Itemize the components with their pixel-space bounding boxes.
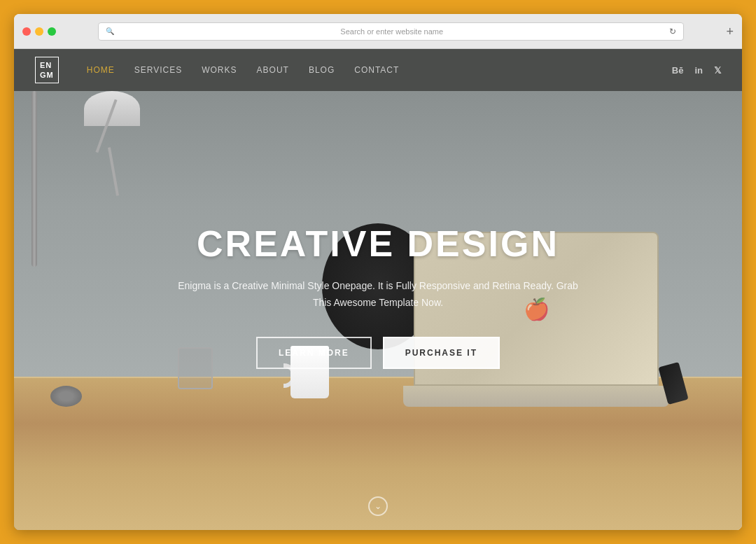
browser-chrome: 🔍 Search or enter website name ↻ + <box>14 14 742 49</box>
nav-social: Bē in 𝕏 <box>672 65 721 76</box>
learn-more-button[interactable]: LEARN MORE <box>256 337 372 369</box>
hero-title: CREATIVE DESIGN <box>168 224 588 264</box>
navbar: EN GM HOME SERVICES WORKS ABOUT BLOG CON… <box>14 49 742 91</box>
nav-about[interactable]: ABOUT <box>257 65 289 75</box>
browser-window: 🔍 Search or enter website name ↻ + EN GM… <box>14 14 742 530</box>
refresh-icon[interactable]: ↻ <box>669 27 676 36</box>
hero-content: CREATIVE DESIGN Enigma is a Creative Min… <box>168 224 588 369</box>
scroll-down-button[interactable]: ⌄ <box>368 496 388 516</box>
maximize-button[interactable] <box>48 27 56 36</box>
minimize-button[interactable] <box>35 27 43 36</box>
nav-links: HOME SERVICES WORKS ABOUT BLOG CONTACT <box>87 65 672 75</box>
close-button[interactable] <box>22 27 31 36</box>
traffic-lights <box>22 27 56 36</box>
twitter-icon[interactable]: 𝕏 <box>714 65 721 76</box>
linkedin-icon[interactable]: in <box>694 65 703 76</box>
website-content: EN GM HOME SERVICES WORKS ABOUT BLOG CON… <box>14 49 742 530</box>
nav-contact[interactable]: CONTACT <box>354 65 399 75</box>
address-bar[interactable]: 🔍 Search or enter website name ↻ <box>98 22 684 41</box>
logo-text: EN GM <box>40 60 54 81</box>
address-text: Search or enter website name <box>118 27 665 36</box>
hero-buttons: LEARN MORE PURCHASE IT <box>168 337 588 369</box>
purchase-button[interactable]: PURCHASE IT <box>383 337 500 369</box>
hero-section: 🍎 CREATIVE DESIGN Enigma is a Creative M… <box>14 91 742 530</box>
nav-home[interactable]: HOME <box>87 65 115 75</box>
nav-works[interactable]: WORKS <box>202 65 237 75</box>
nav-services[interactable]: SERVICES <box>134 65 182 75</box>
behance-icon[interactable]: Bē <box>672 65 684 76</box>
chevron-down-icon: ⌄ <box>374 502 382 510</box>
search-icon: 🔍 <box>106 27 114 35</box>
nav-blog[interactable]: BLOG <box>309 65 335 75</box>
logo[interactable]: EN GM <box>35 57 59 84</box>
new-tab-button[interactable]: + <box>726 25 734 38</box>
hero-subtitle: Enigma is a Creative Minimal Style Onepa… <box>168 278 588 312</box>
